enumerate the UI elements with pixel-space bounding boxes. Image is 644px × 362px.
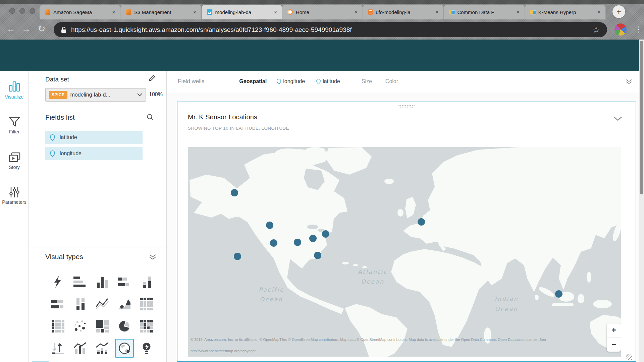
fields-list-heading: Fields list	[45, 113, 75, 121]
visual-type-vertical-bar-chart[interactable]	[93, 273, 112, 291]
tab-s3-management[interactable]: S3 Management ✕	[120, 5, 201, 19]
tab-amazon-sagemaker[interactable]: Amazon SageMa ✕	[40, 5, 120, 19]
tab-close-icon[interactable]: ✕	[273, 9, 278, 15]
window-minimize-button[interactable]	[19, 8, 25, 14]
visual-type-pivot-table[interactable]	[137, 295, 156, 313]
back-button[interactable]: ←	[4, 21, 17, 37]
visual-type-horizontal-stacked-100-bar-chart[interactable]	[49, 295, 67, 313]
map-data-point[interactable]	[314, 252, 321, 259]
partially-visible-element	[32, 361, 49, 362]
well-longitude[interactable]: longitude	[277, 78, 305, 84]
map-data-point[interactable]	[309, 235, 317, 242]
visual-type-insights[interactable]	[137, 339, 156, 358]
reload-button[interactable]: ↻	[35, 21, 48, 37]
visual-type-pie-chart[interactable]	[115, 317, 134, 336]
bar-chart-icon	[8, 80, 20, 93]
collapse-field-wells-icon[interactable]	[626, 79, 632, 84]
map-visual-card[interactable]: Mr. K Sensor Locations SHOWING TOP 10 IN…	[177, 102, 636, 362]
dataset-heading: Data set	[45, 76, 69, 83]
visual-menu-chevron-icon[interactable]	[613, 116, 622, 121]
visual-title[interactable]: Mr. K Sensor Locations	[188, 113, 257, 121]
map-zoom-in-button[interactable]: +	[607, 323, 621, 338]
visual-type-area-line-chart[interactable]	[115, 295, 134, 313]
bookmark-star-icon[interactable]: ☆	[592, 25, 600, 35]
tab-close-icon[interactable]: ✕	[596, 9, 601, 15]
visual-type-combo-bar-line-chart[interactable]	[71, 339, 90, 358]
collapse-double-chevron-icon[interactable]	[149, 254, 156, 260]
visual-type-tree-map[interactable]	[93, 317, 112, 336]
field-wells-bar: Field wells Geospatial longitude latitud…	[167, 71, 639, 92]
field-item-longitude[interactable]: longitude	[45, 147, 143, 160]
visual-type-scatter-plot[interactable]	[71, 317, 90, 336]
visual-type-combo-stacked-bar-line-chart[interactable]	[93, 339, 112, 358]
field-item-latitude[interactable]: latitude	[45, 131, 143, 144]
browser-menu-icon[interactable]: ⋮	[635, 23, 642, 36]
rail-item-parameters[interactable]: Parameters	[0, 186, 29, 205]
visual-type-heat-map[interactable]	[49, 317, 67, 336]
rail-item-story[interactable]: Story	[0, 152, 29, 170]
visual-type-line-chart[interactable]	[93, 295, 112, 313]
tab-kmeans-hyperparameters[interactable]: K-Means Hyperp ✕	[525, 5, 606, 19]
tab-close-icon[interactable]: ✕	[192, 9, 197, 15]
visual-type-vertical-stacked-bar-chart[interactable]	[137, 273, 156, 291]
window-close-button[interactable]	[9, 8, 15, 14]
tab-close-icon[interactable]: ✕	[354, 9, 359, 15]
dataset-dropdown[interactable]: SPICE modeling-lab-d...	[45, 88, 146, 102]
tab-modeling-lab-active[interactable]: modeling-lab-da ✕	[202, 5, 282, 19]
visual-subtitle: SHOWING TOP 10 IN LATITUDE, LONGITUDE	[188, 126, 289, 131]
color-well-label[interactable]: Color	[385, 78, 398, 84]
visual-type-heat-map-table[interactable]	[137, 317, 156, 336]
tab-label: S3 Management	[134, 9, 189, 15]
rail-item-visualize[interactable]: Visualize	[0, 80, 29, 100]
sliders-icon	[9, 186, 20, 198]
quicksight-icon	[207, 9, 212, 15]
visual-type-auto-graph[interactable]	[49, 273, 67, 291]
rail-item-filter[interactable]: Filter	[0, 117, 29, 134]
tab-close-icon[interactable]: ✕	[111, 9, 116, 15]
filter-funnel-icon	[9, 117, 20, 127]
address-bar[interactable]: https://us-east-1.quicksight.aws.amazon.…	[54, 22, 607, 37]
quicksight-header: + Add ↺ Undo ↻ Redo modeling-lab-data-so…	[0, 40, 644, 71]
field-wells-label: Field wells	[178, 78, 204, 85]
tab-ufo-modeling[interactable]: ufo-modeling-la ✕	[363, 5, 444, 19]
map-data-point[interactable]	[294, 239, 301, 246]
new-tab-button[interactable]: +	[612, 5, 625, 18]
map-data-points-layer	[188, 147, 621, 357]
map-zoom-out-button[interactable]: −	[607, 338, 621, 352]
visual-type-horizontal-bar-chart[interactable]	[71, 273, 90, 291]
search-icon[interactable]	[147, 114, 154, 121]
browser-profile-avatar[interactable]	[614, 23, 627, 36]
visual-type-waterfall-chart[interactable]	[49, 339, 67, 358]
visual-drag-handle[interactable]	[398, 105, 415, 108]
tab-home[interactable]: Home ✕	[282, 5, 363, 19]
story-slides-icon	[8, 152, 20, 163]
chevron-down-icon	[137, 93, 142, 97]
map-data-point[interactable]	[266, 222, 273, 229]
map-data-point[interactable]	[270, 239, 277, 247]
page-scrollbar-thumb[interactable]	[640, 41, 643, 194]
visual-type-horizontal-stacked-bar-chart[interactable]	[115, 273, 134, 291]
map-data-point[interactable]	[555, 290, 562, 298]
visual-types-heading: Visual types	[45, 253, 83, 261]
edit-pencil-icon[interactable]	[148, 74, 156, 82]
geospatial-pin-icon	[316, 79, 321, 84]
geospatial-map[interactable]: PacificOcean AtlanticOcean IndianOcean ©…	[188, 147, 621, 357]
tab-common-data-formats[interactable]: Common Data F ✕	[444, 5, 525, 19]
tab-close-icon[interactable]: ✕	[435, 9, 440, 15]
size-well-label[interactable]: Size	[362, 78, 372, 84]
map-attribution-line1: © 2019, Amazon.com, Inc. or its affiliat…	[191, 338, 546, 342]
map-attribution-line2: http://www.openstreetmap.org/copyright.	[191, 349, 257, 353]
visual-resize-handle[interactable]	[626, 354, 632, 360]
dataset-panel: Data set SPICE modeling-lab-d... 100% Fi…	[29, 71, 167, 362]
visual-type-vertical-stacked-100-bar-chart[interactable]	[71, 295, 90, 313]
spice-badge: SPICE	[49, 91, 67, 99]
window-maximize-button[interactable]	[30, 8, 35, 14]
visual-type-geospatial-map[interactable]	[115, 339, 134, 358]
well-latitude[interactable]: latitude	[316, 78, 340, 84]
tab-close-icon[interactable]: ✕	[516, 9, 521, 15]
map-data-point[interactable]	[234, 253, 241, 260]
map-data-point[interactable]	[231, 189, 238, 196]
map-data-point[interactable]	[418, 218, 425, 226]
forward-button[interactable]: →	[19, 21, 33, 37]
map-data-point[interactable]	[322, 230, 329, 238]
